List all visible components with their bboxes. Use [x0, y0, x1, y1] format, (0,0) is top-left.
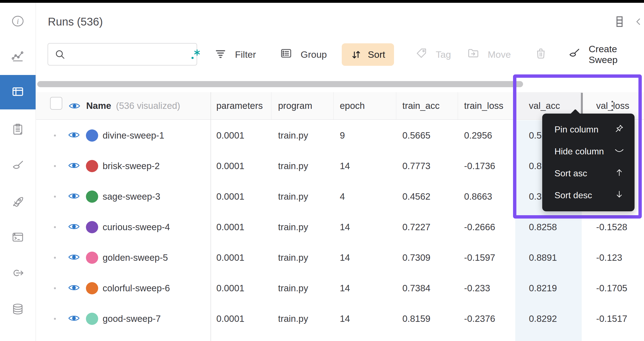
cell-epoch: 14 — [340, 222, 350, 232]
run-color-dot — [86, 221, 98, 233]
val-acc-column-menu-kebab-icon[interactable] — [608, 99, 616, 113]
trash-icon — [535, 47, 547, 62]
menu-item-label: Hide column — [554, 146, 604, 157]
row-drag-dot-icon — [54, 135, 56, 137]
menu-item-label: Sort desc — [554, 190, 592, 200]
delete-button[interactable] — [535, 43, 547, 66]
cell-epoch: 14 — [340, 283, 350, 294]
sidebar-item-runs-table[interactable] — [0, 86, 36, 99]
cell-parameters: 0.0001 — [216, 283, 244, 294]
wandb-runs-page: i Runs (536) — [0, 0, 644, 341]
create-sweep-button[interactable]: Create Sweep — [568, 43, 644, 66]
visualize-run-eye-icon[interactable] — [68, 253, 80, 262]
run-color-dot — [86, 252, 98, 264]
cell-val-acc: 0.5 — [529, 130, 542, 141]
cell-val-acc: 0.8 — [529, 161, 542, 171]
cell-program: train.py — [278, 191, 308, 202]
search-box — [48, 43, 197, 66]
cell-train-loss: 0.2956 — [464, 130, 492, 141]
cell-train-loss: -0.2376 — [464, 314, 495, 324]
cell-val-loss: -0.123 — [596, 252, 622, 263]
run-name[interactable]: good-sweep-7 — [103, 314, 161, 324]
cell-val-acc: 0.3 — [529, 191, 542, 202]
broom-icon — [568, 47, 580, 62]
visualize-run-eye-icon[interactable] — [68, 314, 80, 324]
run-color-dot — [86, 160, 98, 172]
run-name[interactable]: divine-sweep-1 — [103, 130, 164, 141]
group-button[interactable]: Group — [280, 43, 327, 66]
cell-train-acc: 0.7227 — [402, 222, 430, 232]
run-name[interactable]: colorful-sweep-6 — [103, 283, 170, 294]
visualize-all-eye-icon[interactable] — [69, 92, 80, 119]
column-header-epoch[interactable]: epoch — [340, 92, 365, 119]
pin-icon — [615, 124, 624, 136]
cell-train-acc: 0.7309 — [402, 252, 430, 263]
header-divider — [333, 92, 334, 119]
visualize-run-eye-icon[interactable] — [68, 162, 80, 171]
line-chart-icon — [11, 49, 24, 63]
select-all-checkbox[interactable] — [50, 97, 62, 110]
row-drag-dot-icon — [54, 257, 56, 259]
cell-program: train.py — [278, 283, 308, 294]
run-name[interactable]: sage-sweep-3 — [103, 191, 160, 202]
column-header-program[interactable]: program — [278, 92, 312, 119]
cell-train-loss: -0.1736 — [464, 161, 495, 171]
cell-program: train.py — [278, 314, 308, 324]
sidebar-item-info[interactable]: i — [0, 15, 36, 28]
folder-arrow-icon — [467, 47, 479, 62]
run-name[interactable]: golden-sweep-5 — [103, 252, 168, 263]
sort-arrows-icon — [351, 49, 362, 60]
row-drag-dot-icon — [54, 287, 56, 289]
table-row[interactable]: curious-sweep-4 0.0001 train.py 14 0.722… — [0, 212, 644, 242]
filter-button[interactable]: Filter — [214, 43, 256, 66]
name-header-subtitle: (536 visualized) — [116, 92, 180, 119]
table-row[interactable]: good-sweep-7 0.0001 train.py 14 0.8159 -… — [0, 304, 644, 334]
sidebar-active-highlight — [0, 75, 36, 109]
group-list-icon — [280, 47, 292, 62]
column-header-train-acc[interactable]: train_acc — [402, 92, 440, 119]
run-color-dot — [86, 190, 98, 203]
page-title: Runs (536) — [48, 16, 103, 28]
table-row[interactable]: golden-sweep-5 0.0001 train.py 14 0.7309… — [0, 242, 644, 273]
menu-item-pin-column[interactable]: Pin column — [542, 119, 635, 141]
cell-train-acc: 0.5665 — [402, 130, 430, 141]
regex-dot-asterisk-icon[interactable] — [189, 48, 202, 61]
menu-item-sort-asc[interactable]: Sort asc — [542, 162, 635, 184]
sort-label: Sort — [368, 49, 385, 60]
cell-train-acc: 0.8159 — [402, 314, 430, 324]
column-header-parameters[interactable]: parameters — [216, 92, 263, 119]
row-drag-dot-icon — [54, 196, 56, 198]
menu-item-sort-desc[interactable]: Sort desc — [542, 184, 635, 206]
cell-program: train.py — [278, 252, 308, 263]
info-icon: i — [11, 15, 24, 29]
header-divider — [515, 92, 515, 119]
run-name[interactable]: curious-sweep-4 — [103, 222, 170, 232]
filter-lines-icon — [214, 47, 227, 62]
window-top-edge — [0, 0, 644, 3]
column-header-train-loss[interactable]: train_loss — [464, 92, 503, 119]
sidebar-item-workspace[interactable] — [0, 50, 36, 63]
move-button[interactable]: Move — [467, 43, 511, 66]
column-header-name[interactable]: Name — [86, 92, 111, 119]
menu-item-hide-column[interactable]: Hide column — [542, 141, 635, 162]
cell-epoch: 14 — [340, 252, 350, 263]
cell-val-loss: -0.1528 — [596, 222, 627, 232]
run-name[interactable]: brisk-sweep-2 — [103, 161, 160, 171]
tag-label: Tag — [436, 49, 451, 60]
tag-button[interactable]: Tag — [415, 43, 451, 66]
horizontal-scrollbar-thumb[interactable] — [37, 81, 523, 87]
row-drag-dot-icon — [54, 165, 56, 167]
chevron-left-icon[interactable] — [633, 16, 644, 28]
filter-label: Filter — [235, 49, 256, 60]
cell-parameters: 0.0001 — [216, 252, 244, 263]
sort-button[interactable]: Sort — [342, 43, 394, 66]
visualize-run-eye-icon[interactable] — [68, 192, 80, 201]
visualize-run-eye-icon[interactable] — [68, 284, 80, 293]
table-row[interactable]: colorful-sweep-6 0.0001 train.py 14 0.73… — [0, 273, 644, 304]
stacked-rows-icon[interactable] — [613, 16, 626, 29]
header-actions — [613, 16, 644, 29]
visualize-run-eye-icon[interactable] — [68, 223, 80, 232]
search-input[interactable] — [71, 49, 189, 60]
run-color-dot — [86, 313, 98, 325]
visualize-run-eye-icon[interactable] — [68, 131, 80, 140]
